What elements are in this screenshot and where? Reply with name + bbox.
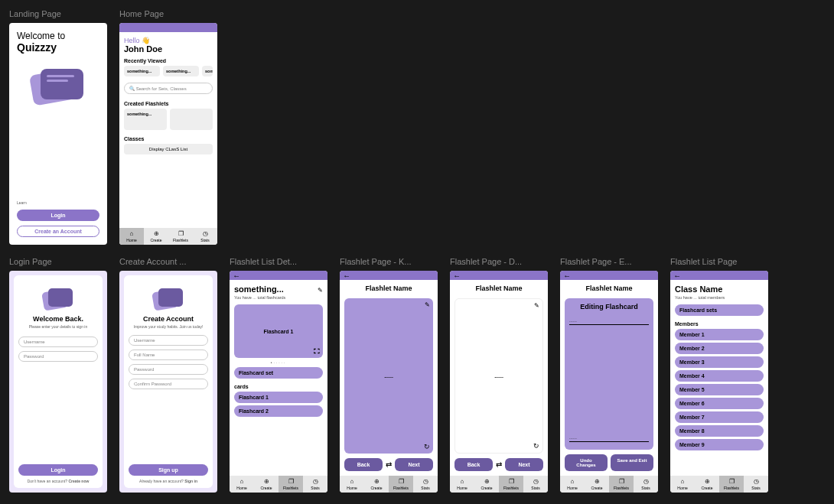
screen-label: Create Account ...: [119, 257, 217, 266]
flashlet-card[interactable]: [170, 109, 213, 130]
fullname-input[interactable]: Full Name: [129, 350, 208, 360]
member-item[interactable]: Member 5: [675, 384, 764, 395]
nav-flashlets[interactable]: ❐Flashlets: [389, 476, 413, 493]
flashlet-page-k-screen: ← Flashlet Name ✎ ...... ↻ Back ⇄ Next ⌂…: [340, 271, 438, 493]
nav-home[interactable]: ⌂Home: [119, 228, 144, 245]
login-screen: Welcome Back. Please enter your details …: [9, 271, 107, 493]
edit-line-1[interactable]: ......: [569, 317, 649, 325]
member-item[interactable]: Member 2: [675, 343, 764, 354]
nav-stats[interactable]: ◷Stats: [303, 476, 327, 493]
back-button[interactable]: Back: [344, 458, 383, 471]
card-item[interactable]: Flashcard 2: [234, 405, 323, 417]
login-button[interactable]: Login: [18, 464, 98, 476]
nav-flashlets[interactable]: ❐Flashlets: [719, 476, 744, 493]
nav-home[interactable]: ⌂Home: [340, 476, 364, 493]
recent-item[interactable]: som: [202, 66, 213, 76]
username-input[interactable]: Username: [129, 335, 208, 346]
logo-icon: [153, 285, 184, 311]
next-button[interactable]: Next: [395, 458, 433, 471]
back-icon[interactable]: ←: [673, 272, 681, 280]
back-button[interactable]: Back: [454, 458, 493, 471]
nav-home[interactable]: ⌂Home: [670, 476, 695, 493]
signup-button[interactable]: Sign up: [129, 464, 208, 476]
card-item[interactable]: Flashcard 1: [234, 392, 323, 403]
nav-create[interactable]: ⊕Create: [144, 228, 168, 245]
nav-stats[interactable]: ◷Stats: [193, 228, 217, 245]
created-flashlets-title: Created Flashlets: [124, 101, 213, 106]
screen-label: Login Page: [9, 257, 107, 266]
screen-label: Landing Page: [9, 9, 107, 18]
classes-title: Classes: [124, 136, 213, 141]
edit-icon[interactable]: ✎: [318, 287, 323, 294]
edit-line-2[interactable]: ......: [569, 434, 649, 442]
nav-stats[interactable]: ◷Stats: [634, 476, 658, 493]
nav-stats[interactable]: ◷Stats: [523, 476, 548, 493]
member-item[interactable]: Member 9: [675, 439, 764, 450]
username-input[interactable]: Username: [18, 337, 98, 347]
subtitle: Improve your study habits. Join us today…: [129, 324, 208, 329]
nav-home[interactable]: ⌂Home: [450, 476, 474, 493]
class-list-button[interactable]: Display CLasS List: [124, 144, 213, 154]
shuffle-icon[interactable]: ⇄: [386, 460, 392, 469]
member-item[interactable]: Member 6: [675, 398, 764, 409]
nav-create[interactable]: ⊕Create: [474, 476, 499, 493]
screen-label: Flashlet List Det...: [230, 257, 327, 266]
flashcard-set-button[interactable]: Flashcard set: [234, 367, 323, 379]
pager-dots: •·····: [234, 360, 323, 365]
recently-viewed-title: Recently Viewed: [124, 58, 213, 63]
back-icon[interactable]: ←: [563, 272, 571, 280]
member-item[interactable]: Member 8: [675, 425, 764, 437]
page-title: Class Name: [675, 285, 764, 294]
nav-home[interactable]: ⌂Home: [560, 476, 585, 493]
shuffle-icon[interactable]: ⇄: [496, 460, 502, 469]
edit-icon[interactable]: ✎: [425, 301, 430, 308]
logo-icon: [43, 285, 73, 311]
flip-icon[interactable]: ↻: [533, 442, 539, 450]
editing-panel: Editing Flashcard ...... ......: [565, 298, 653, 450]
flashlet-page-e-screen: ← Flashlet Name Editing Flashcard ......…: [560, 271, 658, 493]
nav-create[interactable]: ⊕Create: [695, 476, 719, 493]
flashcard-face[interactable]: ✎ ...... ↻: [344, 298, 433, 454]
back-icon[interactable]: ←: [453, 272, 461, 280]
screen-label: Flashlet Page - E...: [560, 257, 658, 266]
nav-create[interactable]: ⊕Create: [254, 476, 279, 493]
nav-flashlets[interactable]: ❐Flashlets: [499, 476, 523, 493]
flashcard-sets-button[interactable]: Flashcard sets: [675, 304, 764, 316]
recent-item[interactable]: something...: [124, 66, 160, 76]
signin-link[interactable]: Sign in: [184, 479, 197, 483]
username: John Doe: [124, 44, 213, 54]
member-item[interactable]: Member 7: [675, 411, 764, 423]
login-button[interactable]: Login: [17, 210, 99, 221]
create-account-screen: Create Account Improve your study habits…: [119, 271, 217, 493]
edit-icon[interactable]: ✎: [534, 302, 539, 309]
next-button[interactable]: Next: [505, 458, 543, 471]
flashcard-face[interactable]: ✎ ...... ↻: [454, 298, 543, 454]
member-item[interactable]: Member 4: [675, 370, 764, 382]
nav-flashlets[interactable]: ❐Flashlets: [279, 476, 303, 493]
undo-button[interactable]: Undo Changes: [565, 454, 608, 471]
nav-flashlets[interactable]: ❐Flashlets: [609, 476, 634, 493]
password-input[interactable]: Password: [18, 351, 98, 362]
back-icon[interactable]: ←: [343, 272, 350, 280]
search-input[interactable]: 🔍 Search for Sets, Classes: [124, 83, 213, 94]
back-icon[interactable]: ←: [233, 272, 240, 280]
hello-text: Hello 👋: [124, 37, 213, 44]
flashlet-card[interactable]: something...: [124, 109, 167, 130]
flip-icon[interactable]: ↻: [424, 443, 430, 450]
confirm-password-input[interactable]: Confirm Password: [129, 379, 208, 389]
flashcard-preview[interactable]: Flashcard 1 ⛶: [234, 304, 323, 358]
nav-create[interactable]: ⊕Create: [364, 476, 389, 493]
nav-stats[interactable]: ◷Stats: [413, 476, 438, 493]
nav-stats[interactable]: ◷Stats: [744, 476, 768, 493]
expand-icon[interactable]: ⛶: [314, 348, 320, 355]
nav-flashlets[interactable]: ❐Flashlets: [168, 228, 193, 245]
nav-create[interactable]: ⊕Create: [585, 476, 609, 493]
nav-home[interactable]: ⌂Home: [230, 476, 254, 493]
create-now-link[interactable]: Create now: [68, 479, 89, 483]
password-input[interactable]: Password: [129, 364, 208, 375]
member-item[interactable]: Member 3: [675, 356, 764, 368]
create-account-button[interactable]: Create an Account: [17, 226, 99, 237]
member-item[interactable]: Member 1: [675, 329, 764, 340]
save-button[interactable]: Save and Exit: [611, 454, 653, 471]
recent-item[interactable]: something...: [163, 66, 199, 76]
